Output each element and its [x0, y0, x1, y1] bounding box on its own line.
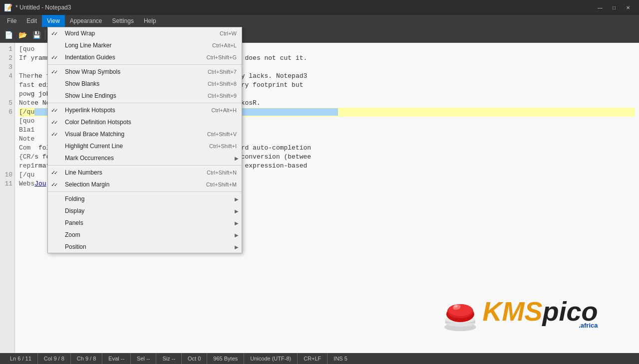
menu-help[interactable]: Help — [139, 15, 161, 27]
show-line-endings-shortcut: Ctrl+Shift+9 — [208, 93, 239, 99]
menu-word-wrap[interactable]: ✓ Word Wrap Ctrl+W — [48, 27, 242, 39]
checkmark-icon-6: ✓ — [51, 132, 61, 137]
menu-appearance[interactable]: Appearance — [65, 15, 107, 27]
title-text: * Untitled - Notepad3 — [15, 4, 593, 11]
menu-color-definition-hotspots[interactable]: ✓ Color Definition Hotspots — [48, 116, 242, 128]
long-line-marker-shortcut: Ctrl+Alt+L — [212, 42, 239, 48]
menu-panels[interactable]: Panels ▶ — [48, 217, 242, 229]
word-wrap-label: Word Wrap — [61, 30, 220, 37]
menu-separator-3 — [48, 165, 242, 166]
menu-indentation-guides[interactable]: ✓ Indentation Guides Ctrl+Shift+G — [48, 51, 242, 63]
menu-selection-margin[interactable]: ✓ Selection Margin Ctrl+Shift+M — [48, 179, 242, 190]
status-ins: INS 5 — [327, 353, 353, 364]
menu-zoom[interactable]: Zoom ▶ — [48, 229, 242, 241]
minimize-btn[interactable]: — — [593, 2, 607, 12]
indentation-guides-shortcut: Ctrl+Shift+G — [206, 54, 239, 60]
word-wrap-shortcut: Ctrl+W — [220, 30, 239, 36]
status-sel: Sel -- — [131, 353, 156, 364]
menu-show-wrap-symbols[interactable]: ✓ Show Wrap Symbols Ctrl+Shift+7 — [48, 66, 242, 78]
menu-view[interactable]: View — [42, 15, 65, 27]
menu-separator-4 — [48, 191, 242, 192]
view-menu[interactable]: ✓ Word Wrap Ctrl+W Long Line Marker Ctrl… — [47, 27, 242, 253]
folding-label: Folding — [61, 195, 233, 202]
highlight-current-line-label: Highlight Current Line — [61, 143, 209, 150]
visual-brace-matching-label: Visual Brace Matching — [61, 131, 207, 138]
menu-separator-2 — [48, 103, 242, 103]
checkmark-icon-5: ✓ — [51, 120, 61, 125]
menu-line-numbers[interactable]: ✓ Line Numbers Ctrl+Shift+N — [48, 167, 242, 179]
show-wrap-symbols-label: Show Wrap Symbols — [61, 68, 208, 75]
toolbar-separator — [45, 30, 45, 40]
menu-show-line-endings[interactable]: Show Line Endings Ctrl+Shift+9 — [48, 90, 242, 102]
show-blanks-shortcut: Ctrl+Shift+8 — [208, 81, 239, 87]
open-button[interactable]: 📂 — [16, 29, 29, 41]
title-bar: 📝 * Untitled - Notepad3 — □ ✕ — [0, 0, 639, 15]
status-ch: Ch 9 / 8 — [71, 353, 103, 364]
folding-submenu-arrow: ▶ — [235, 196, 239, 202]
menu-hyperlink-hotspots[interactable]: ✓ Hyperlink Hotspots Ctrl+Alt+H — [48, 104, 242, 116]
indentation-guides-label: Indentation Guides — [61, 54, 206, 61]
status-bar: Ln 6 / 11 Col 9 / 8 Ch 9 / 8 Eval -- Sel… — [0, 353, 639, 364]
close-btn[interactable]: ✕ — [621, 2, 635, 12]
menu-long-line-marker[interactable]: Long Line Marker Ctrl+Alt+L — [48, 39, 242, 51]
show-line-endings-label: Show Line Endings — [61, 92, 208, 99]
menu-folding[interactable]: Folding ▶ — [48, 193, 242, 205]
save-button[interactable]: 💾 — [30, 29, 43, 41]
show-blanks-label: Show Blanks — [61, 80, 208, 87]
long-line-marker-label: Long Line Marker — [61, 42, 212, 49]
visual-brace-matching-shortcut: Ctrl+Shift+V — [207, 131, 239, 137]
hyperlink-hotspots-label: Hyperlink Hotspots — [61, 107, 211, 114]
line-numbers-shortcut: Ctrl+Shift+N — [207, 170, 239, 176]
status-encoding: Unicode (UTF-8) — [244, 353, 298, 364]
mark-occurrences-label: Mark Occurrences — [61, 155, 233, 162]
status-oct: Oct 0 — [182, 353, 207, 364]
menu-visual-brace-matching[interactable]: ✓ Visual Brace Matching Ctrl+Shift+V — [48, 128, 242, 140]
panels-label: Panels — [61, 219, 233, 226]
status-eol: CR+LF — [298, 353, 327, 364]
menu-highlight-current-line[interactable]: Highlight Current Line Ctrl+Shift+I — [48, 140, 242, 152]
menu-position[interactable]: Position ▶ — [48, 241, 242, 253]
checkmark-icon-2: ✓ — [51, 55, 61, 60]
menu-bar: File Edit View Appearance Settings Help — [0, 15, 639, 27]
maximize-btn[interactable]: □ — [607, 2, 621, 12]
checkmark-icon: ✓ — [51, 31, 61, 36]
new-button[interactable]: 📄 — [2, 29, 15, 41]
highlight-current-line-shortcut: Ctrl+Shift+I — [209, 143, 239, 149]
line-numbers-label: Line Numbers — [61, 169, 207, 176]
checkmark-icon-8: ✓ — [51, 182, 61, 187]
status-bytes: 965 Bytes — [207, 353, 244, 364]
status-line-col: Ln 6 / 11 — [4, 353, 38, 364]
menu-separator-1 — [48, 64, 242, 65]
submenu-arrow: ▶ — [235, 156, 239, 161]
status-size: Siz -- — [156, 353, 182, 364]
status-eval: Eval -- — [102, 353, 131, 364]
menu-file[interactable]: File — [2, 15, 21, 27]
color-definition-hotspots-label: Color Definition Hotspots — [61, 119, 237, 126]
selection-margin-shortcut: Ctrl+Shift+M — [206, 182, 239, 187]
hyperlink-hotspots-shortcut: Ctrl+Alt+H — [211, 107, 239, 113]
position-submenu-arrow: ▶ — [235, 244, 239, 250]
display-submenu-arrow: ▶ — [235, 208, 239, 214]
status-col: Col 9 / 8 — [38, 353, 71, 364]
checkmark-icon-7: ✓ — [51, 170, 61, 176]
checkmark-icon-4: ✓ — [51, 108, 61, 113]
show-wrap-symbols-shortcut: Ctrl+Shift+7 — [208, 69, 239, 75]
menu-display[interactable]: Display ▶ — [48, 205, 242, 217]
zoom-label: Zoom — [61, 231, 233, 238]
display-label: Display — [61, 207, 233, 214]
checkmark-icon-3: ✓ — [51, 69, 61, 75]
menu-settings[interactable]: Settings — [107, 15, 139, 27]
panels-submenu-arrow: ▶ — [235, 220, 239, 226]
window-controls: — □ ✕ — [593, 2, 635, 12]
menu-mark-occurrences[interactable]: Mark Occurrences ▶ — [48, 152, 242, 164]
menu-show-blanks[interactable]: Show Blanks Ctrl+Shift+8 — [48, 78, 242, 90]
app-icon: 📝 — [4, 3, 12, 11]
position-label: Position — [61, 243, 233, 250]
zoom-submenu-arrow: ▶ — [235, 232, 239, 238]
selection-margin-label: Selection Margin — [61, 181, 206, 188]
menu-edit[interactable]: Edit — [21, 15, 42, 27]
line-numbers: 1 2 3 4 4 4 5 6 6 - - - - - 10 11 — [0, 43, 15, 353]
